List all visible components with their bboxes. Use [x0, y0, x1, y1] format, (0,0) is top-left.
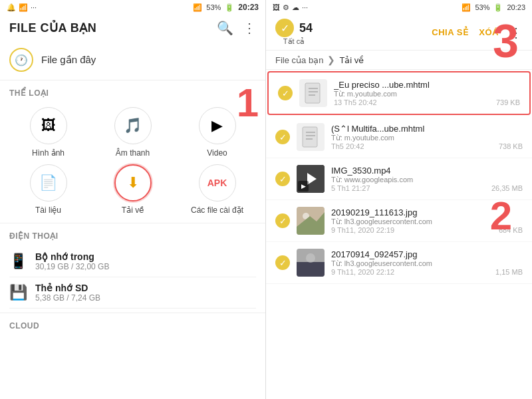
- file-name-2: (S⌃l Multifa...ube.mhtml: [331, 124, 523, 134]
- dots-icon: ···: [31, 3, 37, 11]
- file-item-2[interactable]: ✓ (S⌃l Multifa...ube.mhtml Từ: m.youtube…: [266, 116, 532, 158]
- file-thumb-1: [299, 79, 327, 107]
- file-check-1[interactable]: ✓: [278, 86, 293, 100]
- more-options-icon[interactable]: ⋮: [243, 20, 256, 36]
- search-icon[interactable]: 🔍: [217, 20, 233, 36]
- video-label: Video: [207, 148, 227, 158]
- file-thumb-2: [297, 123, 325, 151]
- file-date-5: 9 Th11, 2020 22:12: [331, 268, 394, 276]
- tatca-label: Tất cả: [283, 37, 305, 46]
- file-thumb-4: [297, 207, 325, 235]
- category-grid: 🖼 Hình ảnh 🎵 Âm thanh ▶ Video 📄 Tài liệu…: [0, 100, 265, 221]
- share-button[interactable]: CHIA SẺ: [432, 27, 468, 37]
- top-bar-right: ✓ 54 Tất cả CHIA SẺ XÓÁ ⋮: [266, 15, 532, 51]
- audio-icon: 🎵: [114, 107, 152, 144]
- recent-clock-icon: 🕐: [9, 48, 33, 72]
- recent-files-item[interactable]: 🕐 File gần đây: [0, 41, 265, 78]
- status-icon-img: 🖼: [273, 3, 280, 11]
- left-panel: 1 🔔 📶 ··· 📶 53% 🔋 20:23 FILE CỦA BẠN 🔍 ⋮…: [0, 0, 266, 399]
- signal-right: 📶: [462, 3, 471, 12]
- file-source-1: Từ: m.youtube.com: [334, 90, 520, 98]
- file-info-2: (S⌃l Multifa...ube.mhtml Từ: m.youtube.c…: [331, 124, 523, 150]
- tatca-check-btn[interactable]: ✓: [275, 19, 294, 37]
- download-icon: ⬇: [114, 164, 152, 201]
- file-check-5[interactable]: ✓: [275, 255, 290, 270]
- category-item-audio[interactable]: 🎵 Âm thanh: [94, 107, 172, 158]
- sd-storage-size: 5,38 GB / 7,24 GB: [35, 293, 100, 303]
- file-item-4[interactable]: ✓ 20190219_111613.jpg Từ: lh3.googleuser…: [266, 200, 532, 242]
- images-label: Hình ảnh: [32, 148, 65, 158]
- internal-storage-icon: 📱: [9, 253, 27, 270]
- sd-card-icon: 💾: [9, 284, 27, 301]
- wifi-icon: 📶: [19, 3, 28, 12]
- alarm-icon: 🔔: [7, 3, 16, 12]
- breadcrumb-root[interactable]: File của bạn: [275, 55, 323, 65]
- svg-point-15: [306, 253, 315, 263]
- app-title: FILE CỦA BẠN: [9, 21, 96, 35]
- divider-1: [0, 80, 265, 80]
- svg-rect-14: [297, 262, 325, 277]
- svg-rect-4: [303, 127, 317, 147]
- file-list: ✓ _Eu preciso ...ube.mhtml Từ: m.youtube…: [266, 70, 532, 399]
- internal-storage-info: Bộ nhớ trong 30,19 GB / 32,00 GB: [35, 251, 109, 271]
- breadcrumb: File của bạn ❯ Tải về: [266, 51, 532, 70]
- file-item-3[interactable]: ✓ ▶ IMG_3530.mp4 Từ: www.googleapis.com …: [266, 158, 532, 200]
- internal-storage-size: 30,19 GB / 32,00 GB: [35, 262, 109, 271]
- file-size-5: 1,15 MB: [495, 268, 523, 276]
- signal-pct-right: 53%: [475, 3, 489, 11]
- file-name-1: _Eu preciso ...ube.mhtml: [334, 80, 520, 90]
- category-item-images[interactable]: 🖼 Hình ảnh: [9, 107, 87, 158]
- file-name-5: 20170914_092457.jpg: [331, 249, 523, 259]
- right-panel: 3 🖼 ⚙ ☁ ··· 📶 53% 🔋 20:23 ✓ 54 Tất cả CH…: [266, 0, 532, 399]
- category-item-download[interactable]: ⬇ Tải về: [94, 164, 172, 215]
- delete-button[interactable]: XÓÁ: [479, 27, 499, 37]
- storage-internal[interactable]: 📱 Bộ nhớ trong 30,19 GB / 32,00 GB: [9, 246, 256, 277]
- category-item-video[interactable]: ▶ Video: [178, 107, 256, 158]
- file-source-4: Từ: lh3.googleusercontent.com: [331, 217, 523, 226]
- file-size-4: 684 KB: [499, 226, 523, 234]
- file-date-4: 9 Th11, 2020 22:19: [331, 226, 394, 234]
- file-size-3: 26,35 MB: [491, 184, 523, 192]
- file-check-4[interactable]: ✓: [275, 213, 290, 228]
- category-item-docs[interactable]: 📄 Tài liệu: [9, 164, 87, 215]
- signal-strength: 📶: [193, 3, 202, 12]
- file-info-5: 20170914_092457.jpg Từ: lh3.googleuserco…: [331, 249, 523, 276]
- status-bar-right: 🖼 ⚙ ☁ ··· 📶 53% 🔋 20:23: [266, 0, 532, 15]
- cloud-section-label: CLOUD: [0, 315, 265, 333]
- recent-label: File gần đây: [41, 54, 96, 66]
- status-icons-left: 🔔 📶 ···: [7, 3, 37, 12]
- battery-icon: 🔋: [225, 3, 234, 12]
- play-icon-3: ▶: [298, 181, 309, 192]
- storage-sd[interactable]: 💾 Thẻ nhớ SD 5,38 GB / 7,24 GB: [9, 277, 256, 309]
- divider-2: [0, 223, 265, 223]
- video-icon: ▶: [199, 107, 236, 144]
- file-item-1[interactable]: ✓ _Eu preciso ...ube.mhtml Từ: m.youtube…: [267, 71, 531, 115]
- status-dots: ···: [302, 3, 308, 11]
- tatca-row: ✓ 54: [275, 19, 313, 37]
- file-size-1: 739 KB: [496, 98, 520, 106]
- file-check-3[interactable]: ✓: [275, 172, 290, 186]
- top-bar-left: FILE CỦA BẠN 🔍 ⋮: [0, 15, 265, 41]
- tatca-count: 54: [299, 21, 313, 35]
- file-thumb-3: ▶: [297, 165, 325, 193]
- more-options-right-icon[interactable]: ⋮: [509, 25, 523, 41]
- storage-section-label: ĐIỆN THOẠI: [0, 225, 265, 243]
- right-actions: CHIA SẺ XÓÁ ⋮: [432, 25, 523, 41]
- file-date-3: 5 Th1 21:27: [331, 184, 370, 192]
- images-icon: 🖼: [30, 107, 67, 144]
- file-source-5: Từ: lh3.googleusercontent.com: [331, 259, 523, 268]
- file-item-5[interactable]: ✓ 20170914_092457.jpg Từ: lh3.googleuser…: [266, 242, 532, 284]
- file-date-1: 13 Th5 20:42: [334, 98, 377, 106]
- storage-section: 📱 Bộ nhớ trong 30,19 GB / 32,00 GB 💾 Thẻ…: [0, 243, 265, 311]
- file-thumb-5: [297, 249, 325, 277]
- file-check-2[interactable]: ✓: [275, 130, 290, 144]
- category-item-apk[interactable]: APK Các file cài đặt: [178, 164, 256, 215]
- file-name-3: IMG_3530.mp4: [331, 166, 523, 176]
- status-icon-cloud: ☁: [292, 3, 299, 12]
- status-icon-settings: ⚙: [283, 3, 289, 12]
- time-right: 20:23: [507, 3, 525, 11]
- divider-3: [0, 313, 265, 313]
- sd-storage-name: Thẻ nhớ SD: [35, 283, 100, 293]
- status-bar-left: 🔔 📶 ··· 📶 53% 🔋 20:23: [0, 0, 265, 15]
- sd-storage-info: Thẻ nhớ SD 5,38 GB / 7,24 GB: [35, 283, 100, 303]
